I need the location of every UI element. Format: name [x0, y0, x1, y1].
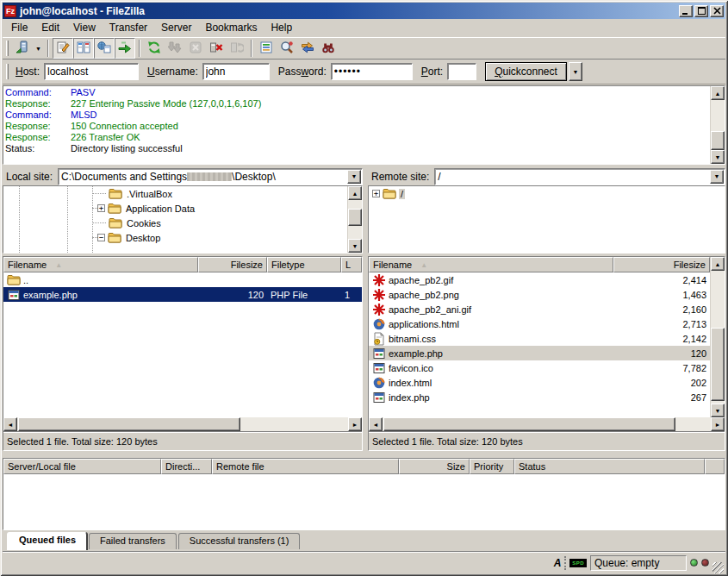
scroll-down-icon[interactable]: ▼ [711, 404, 725, 417]
toggle-message-log-button[interactable] [53, 38, 73, 59]
cancel-icon [189, 41, 202, 56]
toggle-transfer-queue-button[interactable] [115, 38, 135, 59]
file-row[interactable]: example.php120PHP File1 [3, 287, 362, 302]
tree-item[interactable]: −Desktop [3, 230, 347, 245]
toolbar-grip[interactable] [6, 41, 9, 56]
menu-view[interactable]: View [66, 19, 103, 36]
tab-queued-files[interactable]: Queued files [8, 532, 87, 550]
file-row[interactable]: apache_pb2.png1,463 [369, 287, 710, 302]
scroll-left-icon[interactable]: ◄ [369, 417, 383, 431]
site-manager-button[interactable] [12, 38, 33, 59]
splitter[interactable] [3, 451, 725, 458]
file-row[interactable]: index.php267 [369, 390, 710, 404]
sitemanager-icon [16, 41, 29, 56]
username-input[interactable] [202, 63, 270, 80]
file-row[interactable]: apache_pb2.gif2,414 [369, 272, 710, 287]
remote-header-filesize[interactable]: Filesize [613, 257, 710, 272]
tab-successful-transfers[interactable]: Successful transfers (1) [178, 533, 301, 549]
menu-transfer[interactable]: Transfer [103, 19, 154, 36]
directory-comparison-button[interactable] [277, 38, 297, 59]
queue-header-status[interactable]: Status [514, 459, 705, 474]
remote-hscrollbar[interactable]: ◄ ► [369, 417, 725, 431]
log-vscrollbar[interactable]: ▲ ▼ [710, 86, 725, 164]
scroll-right-icon[interactable]: ► [348, 417, 362, 431]
host-input[interactable] [44, 63, 139, 80]
find-files-button[interactable] [318, 38, 339, 59]
scroll-up-icon[interactable]: ▲ [348, 186, 362, 200]
queue-header-size[interactable]: Size [399, 459, 470, 474]
collapse-icon[interactable]: − [97, 234, 105, 241]
password-input[interactable] [331, 63, 413, 80]
expand-icon[interactable]: + [372, 190, 380, 197]
quickconnect-button[interactable]: Quickconnect [485, 62, 567, 81]
scroll-right-icon[interactable]: ► [711, 417, 725, 431]
synchronized-browsing-button[interactable] [297, 38, 318, 59]
menu-help[interactable]: Help [264, 19, 299, 36]
file-row[interactable]: example.php120 [369, 346, 710, 360]
port-input[interactable] [447, 63, 476, 80]
remote-header-filename[interactable]: Filename▲ [369, 257, 613, 272]
disconnect-button[interactable] [206, 38, 227, 59]
maximize-button[interactable] [694, 5, 708, 17]
menu-file[interactable]: File [4, 19, 34, 36]
file-row[interactable]: .. [3, 272, 362, 287]
combo-dropdown-icon[interactable]: ▼ [347, 170, 361, 184]
tab-failed-transfers[interactable]: Failed transfers [89, 533, 177, 549]
size-text: 7,782 [620, 360, 710, 375]
local-header-l[interactable]: L [341, 257, 362, 272]
scroll-down-icon[interactable]: ▼ [711, 150, 725, 164]
cancel-operation-button[interactable] [185, 38, 206, 59]
local-header-filesize[interactable]: Filesize [198, 257, 267, 272]
file-row[interactable]: favicon.ico7,782 [369, 360, 710, 375]
minimize-button[interactable] [679, 5, 693, 17]
scroll-up-icon[interactable]: ▲ [711, 86, 725, 100]
combo-dropdown-icon[interactable]: ▼ [710, 170, 724, 184]
queue-header-remotefile[interactable]: Remote file [212, 459, 399, 474]
file-row[interactable]: bitnami.css2,142 [369, 331, 710, 346]
site-manager-dropdown[interactable]: ▼ [33, 38, 44, 59]
queue-header-directi[interactable]: Directi... [161, 459, 212, 474]
process-queue-button[interactable] [165, 38, 185, 59]
refresh-file-lists-button[interactable] [144, 38, 165, 59]
queue-header-serverlocalfile[interactable]: Server/Local file [3, 459, 161, 474]
scroll-left-icon[interactable]: ◄ [3, 417, 17, 431]
file-row[interactable]: index.html202 [369, 375, 710, 390]
file-row[interactable]: applications.html2,713 [369, 316, 710, 331]
log-line-text: 227 Entering Passive Mode (127,0,0,1,6,1… [71, 98, 261, 110]
local-header-filetype[interactable]: Filetype [267, 257, 341, 272]
menu-edit[interactable]: Edit [34, 19, 66, 36]
local-tree-vscrollbar[interactable]: ▲ ▼ [347, 186, 362, 253]
hscroll-thumb[interactable] [18, 417, 240, 431]
tree-scroll-thumb[interactable] [348, 209, 362, 226]
hscroll-thumb[interactable] [383, 417, 675, 431]
remote-tree-pane: Remote site: / ▼ +/ [368, 167, 725, 254]
tree-item[interactable]: .VirtualBox [3, 186, 347, 201]
speed-limits-icon[interactable]: SPD [569, 559, 587, 567]
quickconnect-grip[interactable] [6, 64, 9, 79]
toggle-remote-tree-button[interactable] [94, 38, 115, 59]
remote-path-combo[interactable]: / ▼ [434, 168, 725, 185]
scroll-down-icon[interactable]: ▼ [348, 239, 362, 253]
queue-header-priority[interactable]: Priority [470, 459, 514, 474]
list-scroll-thumb[interactable] [711, 328, 725, 402]
quickconnect-dropdown[interactable]: ▼ [569, 62, 582, 81]
log-scroll-thumb[interactable] [711, 131, 725, 150]
reconnect-button[interactable] [227, 38, 247, 59]
local-hscrollbar[interactable]: ◄ ► [3, 417, 362, 431]
remote-vscrollbar[interactable]: ▲ ▼ [710, 257, 725, 417]
local-path-combo[interactable]: C:\Documents and Settings\Desktop\ ▼ [58, 168, 363, 185]
tree-item-label: Application Data [124, 203, 196, 214]
tree-item[interactable]: +Application Data [3, 201, 347, 216]
tree-item[interactable]: +/ [369, 186, 725, 201]
filter-listings-button[interactable] [256, 38, 277, 59]
resize-grip[interactable] [712, 562, 724, 573]
scroll-up-icon[interactable]: ▲ [711, 257, 725, 271]
tree-item[interactable]: Cookies [3, 216, 347, 230]
expand-icon[interactable]: + [97, 204, 105, 212]
close-button[interactable] [710, 5, 724, 17]
toggle-local-tree-button[interactable] [73, 38, 94, 59]
local-header-filename[interactable]: Filename▲ [3, 257, 198, 272]
menu-server[interactable]: Server [154, 19, 198, 36]
menu-bookmarks[interactable]: Bookmarks [198, 19, 264, 36]
file-row[interactable]: apache_pb2_ani.gif2,160 [369, 302, 710, 316]
